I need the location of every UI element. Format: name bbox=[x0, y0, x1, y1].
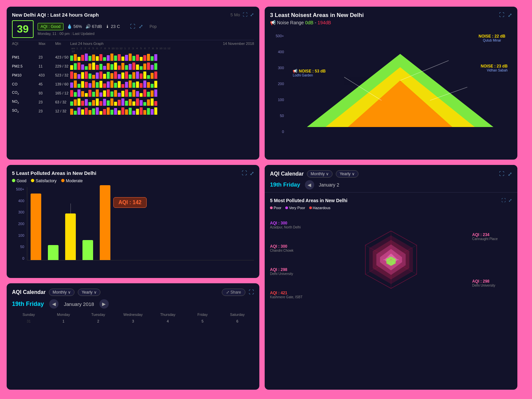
expand-icon-bottom[interactable]: ⛶ bbox=[249, 289, 254, 295]
noise-share-icon[interactable]: ⤢ bbox=[508, 12, 512, 18]
aqi-number: 39 bbox=[12, 20, 34, 38]
monthly-dropdown-bottom[interactable]: Monthly ∨ bbox=[49, 289, 74, 296]
right-bottom-panel: AQI Calendar Monthly ∨ Yearly ∨ ⛶ ⤢ 19th… bbox=[265, 165, 517, 390]
col-friday: Friday bbox=[186, 313, 219, 317]
bar-group-5 bbox=[100, 185, 110, 260]
bar-group-4 bbox=[82, 240, 93, 260]
y-400: 400 bbox=[18, 199, 24, 203]
y-200: 200 bbox=[18, 222, 24, 226]
y-label-400: 400 bbox=[278, 50, 284, 54]
next-month-button[interactable]: ▶ bbox=[99, 299, 109, 309]
noise-range-min: 0dB bbox=[305, 20, 314, 25]
y-500: 500+ bbox=[16, 187, 24, 191]
bar-group-3 bbox=[65, 213, 76, 260]
col-saturday: Saturday bbox=[220, 313, 254, 317]
legend-very-poor: Very Poor bbox=[285, 206, 305, 210]
noise-label-vidhan: NOISE : 23 dB Vidhan Sabah bbox=[481, 64, 508, 72]
least-polluted-panel: 5 Least Polluted Areas in New Delhi ⛶ ⤢ … bbox=[7, 165, 259, 278]
radar-expand-icon[interactable]: ⛶ bbox=[501, 198, 506, 203]
legend-moderate: Moderate bbox=[61, 179, 83, 183]
col-tuesday: Tuesday bbox=[81, 313, 115, 317]
radar-item-kashmere: AQI : 421 Kashmere Gate, ISBT bbox=[270, 291, 310, 299]
legend-poor: Poor bbox=[270, 206, 281, 210]
y-300: 300 bbox=[18, 210, 24, 214]
cal-cell-1: 1 bbox=[47, 318, 80, 325]
col-max: Max bbox=[39, 42, 55, 46]
aqi-calendar-bottom-panel: AQI Calendar Monthly ∨ Yearly ∨ ⤢ Share … bbox=[7, 283, 259, 390]
noise-triangle-chart bbox=[288, 34, 512, 134]
share-icon2[interactable]: ⤢ bbox=[139, 23, 143, 30]
legend-satisfactory: Satisfactory bbox=[31, 179, 57, 183]
y-label-200: 200 bbox=[278, 82, 284, 86]
radar-title: 5 Most Polluted Areas in New Delhi bbox=[270, 198, 347, 203]
bar-group-2 bbox=[48, 245, 59, 260]
col-date: 14 November 2018 bbox=[223, 42, 254, 46]
lp-expand-icon[interactable]: ⛶ bbox=[242, 170, 247, 177]
popup-label: Pop bbox=[150, 24, 157, 29]
expand-icon-right[interactable]: ⛶ bbox=[499, 171, 504, 177]
cal-month-right: January 2 bbox=[319, 182, 339, 188]
cal-cell-5: 5 bbox=[186, 318, 219, 325]
monthly-dropdown-right[interactable]: Monthly ∨ bbox=[307, 170, 332, 178]
noise-value: 🔊 67dB bbox=[85, 24, 102, 29]
radar-share-icon[interactable]: ⤢ bbox=[508, 198, 512, 203]
y-50: 50 bbox=[20, 245, 24, 249]
cal-day-label-right: 19th Friday bbox=[270, 182, 300, 188]
temp-value: 🌡 23 C bbox=[105, 24, 120, 29]
bar-group-1 bbox=[31, 194, 41, 260]
least-polluted-title: 5 Least Polluted Areas in New Delhi bbox=[12, 170, 96, 176]
aqi-title: New Delhi AQI : Last 24 hours Graph bbox=[12, 12, 99, 18]
cal-bottom-title: AQI Calendar bbox=[12, 289, 46, 295]
expand-icon[interactable]: ⛶ bbox=[243, 12, 247, 17]
y-label-100: 100 bbox=[278, 98, 284, 102]
noise-label-lodhi: 📢 NOISE : 53 dB Lodhi Garden bbox=[293, 69, 326, 77]
prev-month-button[interactable]: ◀ bbox=[49, 299, 59, 309]
col-graph: Last 24 hours Graph bbox=[70, 42, 103, 46]
cal-day-label-bottom: 19th Friday bbox=[12, 301, 44, 308]
radar-item-delhi-uni-right: AQI : 298 Delhi University bbox=[472, 279, 512, 287]
yearly-dropdown-bottom[interactable]: Yearly ∨ bbox=[78, 289, 100, 296]
radar-item-cannaught: AQI : 234 Cannaught Place bbox=[472, 232, 512, 241]
last-updated: Monday, 11 : 00 pm : Last Updated bbox=[38, 32, 157, 36]
col-monday: Monday bbox=[47, 313, 80, 317]
y-label-500: 500+ bbox=[276, 34, 284, 38]
cal-cell-3: 3 bbox=[116, 318, 150, 325]
aqi-status-badge: AQI : Good bbox=[38, 23, 64, 30]
col-aqi: AQI bbox=[12, 42, 39, 46]
col-min: Min bbox=[55, 42, 70, 46]
share-icon-right[interactable]: ⤢ bbox=[508, 171, 512, 177]
aqi-tooltip: AQI : 142 bbox=[113, 197, 146, 208]
prev-month-right[interactable]: ◀ bbox=[305, 180, 314, 190]
legend-good: Good bbox=[12, 179, 26, 183]
col-wednesday: Wednesday bbox=[116, 313, 150, 317]
y-label-300: 300 bbox=[278, 66, 284, 70]
noise-range-label: 📢 Noise Range 0dB - 194dB bbox=[270, 20, 364, 25]
noise-title: 3 Least Noisest Areas in New Delhi bbox=[270, 12, 364, 19]
noise-range-max: 194dB bbox=[318, 20, 331, 25]
cal-right-title: AQI Calendar bbox=[270, 171, 304, 177]
share-button-bottom[interactable]: ⤢ Share bbox=[222, 289, 245, 296]
humidity-value: 💧 56% bbox=[67, 24, 82, 29]
col-thursday: Thursday bbox=[151, 313, 185, 317]
noise-label-qutub: NOISE : 22 dB Qutub Minar bbox=[478, 34, 505, 42]
yearly-dropdown-right[interactable]: Yearly ∨ bbox=[336, 170, 358, 178]
share-icon[interactable]: ⤢ bbox=[250, 12, 254, 17]
cal-cell-6: 6 bbox=[220, 318, 254, 325]
noise-expand-icon[interactable]: ⛶ bbox=[499, 12, 504, 18]
y-100: 100 bbox=[18, 233, 24, 237]
expand-icon2[interactable]: ⛶ bbox=[130, 24, 135, 30]
radar-item-azadpur: AQI : 300 Azadpur, North Delhi bbox=[270, 221, 310, 229]
y-label-0: 0 bbox=[282, 130, 284, 134]
col-sunday: Sunday bbox=[12, 313, 46, 317]
cal-cell-4: 4 bbox=[151, 318, 185, 325]
legend-hazardous: Hazardous bbox=[309, 206, 331, 210]
cal-cell-2: 2 bbox=[81, 318, 115, 325]
noise-panel: 3 Least Noisest Areas in New Delhi 📢 Noi… bbox=[265, 7, 517, 160]
aqi-panel: New Delhi AQI : Last 24 hours Graph 5 Mo… bbox=[7, 7, 259, 160]
lp-share-icon[interactable]: ⤢ bbox=[250, 170, 254, 177]
y-label-50: 50 bbox=[280, 114, 284, 118]
cal-month-bottom: January 2018 bbox=[64, 301, 94, 307]
pollutant-list: PM1 23 423 / 50 PM2.5 11 229 / 32 PM10 4… bbox=[12, 54, 254, 115]
radar-hexagon-chart bbox=[358, 226, 424, 293]
y-0: 0 bbox=[22, 256, 24, 260]
